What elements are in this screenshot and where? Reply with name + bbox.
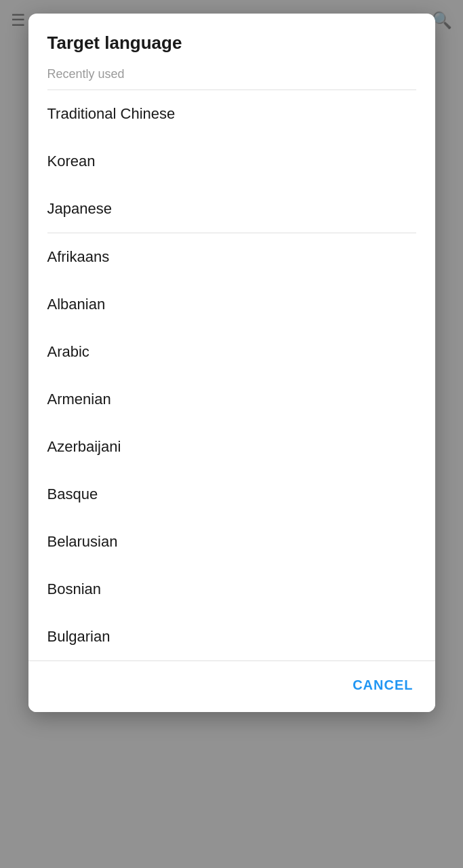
dialog-body: Traditional ChineseKoreanJapanese Afrika… bbox=[28, 90, 435, 660]
recently-used-label: Recently used bbox=[47, 67, 416, 90]
language-item-basque[interactable]: Basque bbox=[28, 471, 435, 518]
language-item-albanian[interactable]: Albanian bbox=[28, 281, 435, 328]
recently-used-list: Traditional ChineseKoreanJapanese bbox=[28, 90, 435, 233]
language-item-bulgarian[interactable]: Bulgarian bbox=[28, 613, 435, 660]
language-item-bosnian[interactable]: Bosnian bbox=[28, 566, 435, 613]
recently-used-item-korean[interactable]: Korean bbox=[28, 138, 435, 185]
dialog-footer: CANCEL bbox=[28, 661, 435, 712]
all-languages-list: AfrikaansAlbanianArabicArmenianAzerbaija… bbox=[28, 233, 435, 660]
dialog-header: Target language Recently used bbox=[28, 14, 435, 90]
language-item-arabic[interactable]: Arabic bbox=[28, 328, 435, 376]
language-item-azerbaijani[interactable]: Azerbaijani bbox=[28, 423, 435, 471]
language-item-armenian[interactable]: Armenian bbox=[28, 376, 435, 423]
language-item-afrikaans[interactable]: Afrikaans bbox=[28, 233, 435, 281]
target-language-dialog: Target language Recently used Traditiona… bbox=[28, 14, 435, 712]
language-item-belarusian[interactable]: Belarusian bbox=[28, 518, 435, 566]
recently-used-item-japanese[interactable]: Japanese bbox=[28, 185, 435, 233]
cancel-button[interactable]: CANCEL bbox=[350, 672, 416, 698]
recently-used-item-traditional-chinese[interactable]: Traditional Chinese bbox=[28, 90, 435, 138]
dialog-title: Target language bbox=[47, 33, 416, 54]
